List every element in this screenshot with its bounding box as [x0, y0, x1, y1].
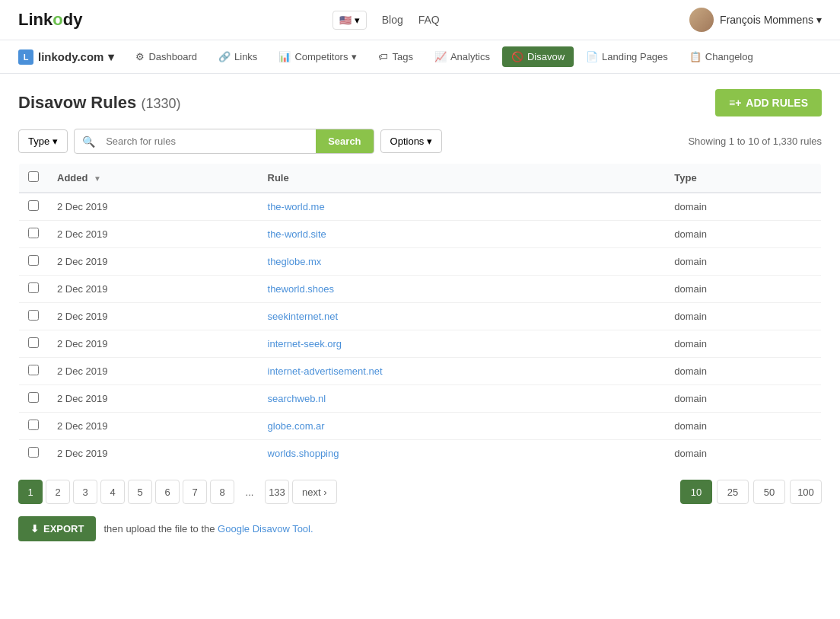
row-checkbox-cell	[19, 413, 49, 440]
rule-link[interactable]: globe.com.ar	[268, 420, 325, 432]
row-checkbox[interactable]	[28, 200, 39, 211]
row-type: domain	[665, 385, 821, 413]
row-checkbox[interactable]	[28, 310, 39, 321]
pagination-next[interactable]: next ›	[292, 480, 337, 504]
rule-link[interactable]: internet-seek.org	[268, 338, 342, 349]
row-checkbox[interactable]	[28, 392, 39, 403]
disavow-icon: 🚫	[511, 51, 523, 62]
competitors-icon: 📊	[278, 51, 291, 62]
table-row: 2 Dec 2019 globe.com.ar domain	[19, 413, 822, 440]
tab-tags[interactable]: 🏷 Tags	[369, 46, 422, 67]
table-row: 2 Dec 2019 internet-seek.org domain	[19, 330, 822, 358]
header-logo-area: Linkody	[18, 10, 82, 30]
rule-link[interactable]: internet-advertisement.net	[268, 365, 383, 377]
rule-link[interactable]: worlds.shopping	[268, 448, 339, 459]
page-button-6[interactable]: 6	[155, 480, 180, 504]
chevron-down-icon: ▾	[352, 51, 357, 62]
avatar	[689, 8, 714, 32]
row-checkbox-cell	[19, 193, 49, 221]
per-page-25[interactable]: 25	[717, 480, 749, 504]
analytics-icon: 📈	[434, 51, 447, 62]
rule-link[interactable]: the-world.site	[268, 228, 326, 240]
row-type: domain	[665, 276, 821, 303]
tags-icon: 🏷	[378, 51, 388, 62]
blog-link[interactable]: Blog	[382, 14, 403, 26]
row-date: 2 Dec 2019	[48, 303, 259, 330]
search-input[interactable]	[103, 129, 316, 153]
add-rules-button[interactable]: ≡+ ADD RULES	[715, 89, 822, 116]
page-button-5[interactable]: 5	[128, 480, 152, 504]
row-rule: theglobe.mx	[259, 248, 666, 276]
row-checkbox[interactable]	[28, 255, 39, 266]
tab-landing-pages[interactable]: 📄 Landing Pages	[577, 46, 677, 67]
page-button-1[interactable]: 1	[18, 480, 43, 504]
row-date: 2 Dec 2019	[48, 221, 259, 248]
table-row: 2 Dec 2019 worlds.shopping domain	[19, 440, 822, 467]
page-title: Disavow Rules (1330)	[18, 93, 180, 113]
rule-link[interactable]: theworld.shoes	[268, 283, 334, 295]
logo: Linkody	[18, 10, 82, 30]
row-checkbox[interactable]	[28, 337, 39, 348]
pagination-row: 12345678...133next › 102550100	[18, 480, 822, 504]
rule-link[interactable]: theglobe.mx	[268, 256, 322, 267]
header-rule: Rule	[259, 164, 666, 193]
row-type: domain	[665, 303, 821, 330]
select-all-checkbox[interactable]	[28, 171, 39, 182]
tab-dashboard[interactable]: ⚙ Dashboard	[126, 46, 206, 67]
chevron-down-icon: ▾	[52, 136, 58, 147]
tab-links[interactable]: 🔗 Links	[209, 46, 266, 67]
rule-link[interactable]: seekinternet.net	[268, 311, 339, 322]
dashboard-icon: ⚙	[135, 51, 145, 62]
tab-changelog[interactable]: 📋 Changelog	[680, 46, 762, 67]
tab-competitors[interactable]: 📊 Competitors ▾	[269, 46, 366, 67]
table-row: 2 Dec 2019 seekinternet.net domain	[19, 303, 822, 330]
table-row: 2 Dec 2019 theworld.shoes domain	[19, 276, 822, 303]
plus-icon: ≡+	[729, 97, 741, 109]
search-wrapper: 🔍 Search	[74, 129, 374, 154]
tab-disavow[interactable]: 🚫 Disavow	[502, 46, 574, 67]
sort-arrow-icon: ▼	[94, 174, 101, 183]
row-checkbox[interactable]	[28, 282, 39, 293]
rule-link[interactable]: the-world.me	[268, 201, 325, 212]
page-button-last[interactable]: 133	[265, 480, 289, 504]
page-button-8[interactable]: 8	[210, 480, 234, 504]
user-name[interactable]: François Mommens ▾	[720, 14, 822, 26]
export-button[interactable]: ⬇ EXPORT	[18, 516, 96, 541]
tab-analytics[interactable]: 📈 Analytics	[425, 46, 499, 67]
landing-pages-icon: 📄	[586, 51, 598, 62]
per-page-50[interactable]: 50	[753, 480, 785, 504]
links-icon: 🔗	[218, 51, 231, 62]
row-date: 2 Dec 2019	[48, 276, 259, 303]
header-added[interactable]: Added ▼	[48, 164, 259, 193]
row-checkbox-cell	[19, 303, 49, 330]
page-button-7[interactable]: 7	[183, 480, 207, 504]
per-page-100[interactable]: 100	[790, 480, 822, 504]
per-page-options: 102550100	[680, 480, 822, 504]
page-button-3[interactable]: 3	[73, 480, 97, 504]
page-button-2[interactable]: 2	[46, 480, 70, 504]
search-button[interactable]: Search	[316, 129, 373, 153]
faq-link[interactable]: FAQ	[418, 14, 440, 26]
row-checkbox[interactable]	[28, 228, 39, 238]
language-selector[interactable]: 🇺🇸 ▾	[332, 11, 367, 30]
options-button[interactable]: Options ▾	[380, 129, 443, 153]
chevron-down-icon: ▾	[355, 14, 360, 26]
page-count: (1330)	[141, 96, 180, 111]
rules-table: Added ▼ Rule Type 2 Dec 2019 the-world.m…	[18, 163, 822, 467]
row-checkbox-cell	[19, 276, 49, 303]
chevron-down-icon: ▾	[108, 50, 114, 64]
chevron-down-icon: ▾	[816, 14, 822, 26]
rule-link[interactable]: searchweb.nl	[268, 393, 326, 404]
row-checkbox[interactable]	[28, 365, 39, 375]
table-body: 2 Dec 2019 the-world.me domain 2 Dec 201…	[19, 193, 822, 467]
type-filter-button[interactable]: Type ▾	[18, 129, 68, 153]
row-checkbox[interactable]	[28, 420, 39, 430]
disavow-tool-link[interactable]: Google Disavow Tool.	[218, 523, 313, 534]
site-selector[interactable]: L linkody.com ▾	[18, 49, 114, 65]
pagination-left: 12345678...133next ›	[18, 480, 337, 504]
page-button-4[interactable]: 4	[100, 480, 125, 504]
per-page-10[interactable]: 10	[680, 480, 712, 504]
row-checkbox[interactable]	[28, 447, 39, 458]
row-rule: internet-seek.org	[259, 330, 666, 358]
row-rule: internet-advertisement.net	[259, 358, 666, 385]
